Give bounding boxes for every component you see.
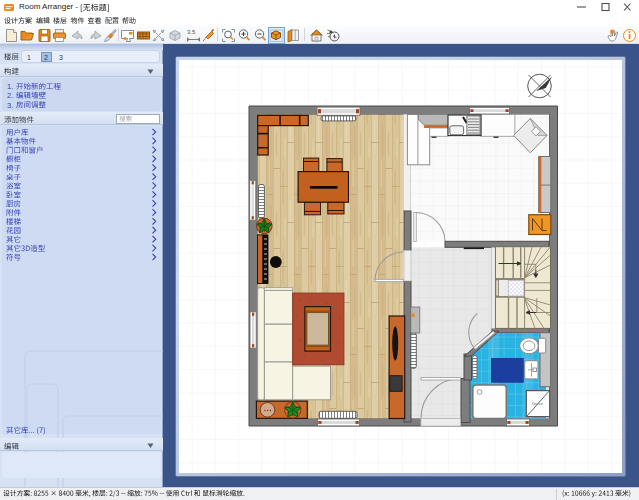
svg-text:Device: Device [532, 402, 543, 406]
svg-text:3.5: 3.5 [187, 29, 196, 35]
